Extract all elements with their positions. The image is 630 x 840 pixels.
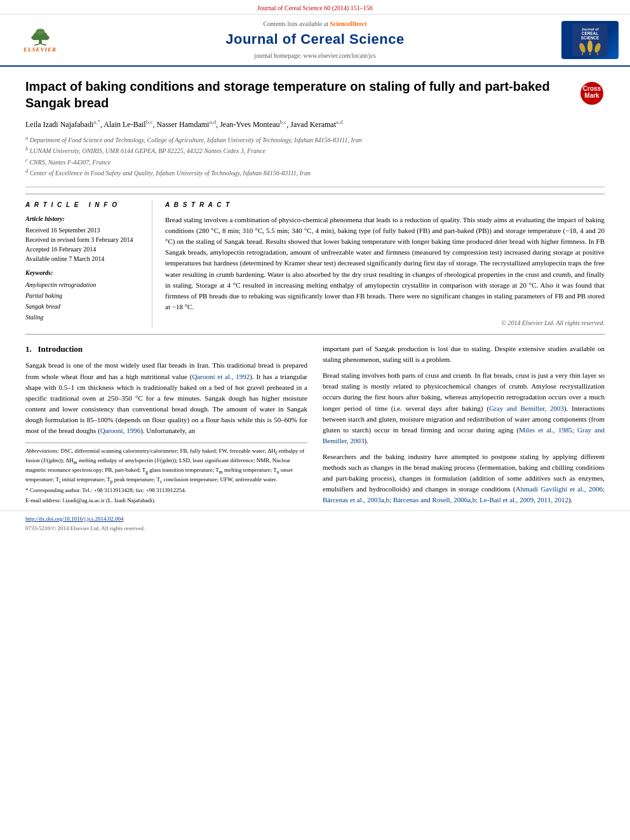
svg-line-5 — [34, 44, 39, 45]
journal-homepage: journal homepage: www.elsevier.com/locat… — [69, 51, 561, 60]
affiliations: a Department of Food Science and Technol… — [25, 135, 605, 178]
homepage-text: journal homepage: www.elsevier.com/locat… — [254, 52, 376, 59]
received-date: Received 16 September 2013 — [25, 225, 139, 235]
svg-point-3 — [41, 35, 50, 40]
contents-text: Contents lists available at — [263, 20, 328, 27]
article-content: Impact of baking conditions and storage … — [0, 67, 630, 510]
ref-gray-2003[interactable]: Gray and Bemiller, 2003 — [489, 404, 564, 412]
svg-point-2 — [31, 35, 39, 40]
article-info-panel: A R T I C L E I N F O Article history: R… — [25, 201, 152, 328]
elsevier-tree-icon — [23, 27, 58, 46]
body-col-right: important part of Sangak production is l… — [323, 343, 605, 510]
section-title: Introduction — [38, 344, 83, 354]
article-title: Impact of baking conditions and storage … — [25, 78, 579, 111]
svg-text:Cross: Cross — [583, 85, 601, 92]
body-columns: 1. Introduction Sangak bread is one of t… — [25, 343, 605, 510]
affiliation-a: a Department of Food Science and Technol… — [25, 135, 605, 145]
svg-point-12 — [587, 40, 593, 52]
svg-line-6 — [41, 44, 46, 45]
ref-qarooni-1992[interactable]: Qarooni et al., 1992 — [192, 373, 250, 380]
journal-center: Contents lists available at ScienceDirec… — [69, 20, 561, 60]
footnotes: Abbreviations: DSC, differential scannin… — [25, 443, 307, 505]
footnote-email: E-mail address: l.izadi@ag.iu.ac.ir (L. … — [25, 497, 307, 505]
abstract-text: Bread staling involves a combination of … — [165, 215, 605, 312]
svg-text:Journal of: Journal of — [581, 27, 598, 31]
divider-1 — [25, 187, 605, 187]
abstract-section: A B S T R A C T Bread staling involves a… — [152, 201, 605, 328]
authors: Leila Izadi Najafabadia,*, Alain Le-Bail… — [25, 117, 605, 131]
bottom-bar: http://dx.doi.org/10.1016/j.jcs.2014.02.… — [0, 510, 630, 537]
journal-citation: Journal of Cereal Science 60 (2014) 151–… — [257, 4, 373, 11]
doi-anchor[interactable]: http://dx.doi.org/10.1016/j.jcs.2014.02.… — [25, 516, 124, 522]
top-bar: Journal of Cereal Science 60 (2014) 151–… — [0, 0, 630, 15]
keywords-list: Amylopectin retrogradation Partial bakin… — [25, 279, 139, 323]
affiliation-d: d Center of Excellence in Food Safety an… — [25, 168, 605, 178]
body-col-left: 1. Introduction Sangak bread is one of t… — [25, 343, 307, 510]
svg-text:Mark: Mark — [584, 92, 600, 99]
journal-cover-icon: Journal of CEREAL SCIENCE — [568, 23, 612, 57]
keywords-group: Keywords: Amylopectin retrogradation Par… — [25, 269, 139, 323]
intro-heading: 1. Introduction — [25, 343, 307, 355]
intro-para-3: Bread staling involves both parts of cru… — [323, 370, 605, 446]
bottom-copyright: 0733-5210/© 2014 Elsevier Ltd. All right… — [25, 524, 605, 533]
elsevier-brand-label: ELSEVIER — [23, 46, 57, 54]
keyword-3: Sangak bread — [25, 301, 139, 312]
ref-qarooni-1996[interactable]: Qarooni, 1996 — [100, 427, 141, 434]
abstract-label: A B S T R A C T — [165, 201, 605, 210]
crossmark-badge-icon[interactable]: Cross Mark — [579, 81, 605, 106]
journal-title: Journal of Cereal Science — [69, 30, 561, 50]
abstract-copyright: © 2014 Elsevier Ltd. All rights reserved… — [165, 319, 605, 328]
footnote-corresponding: * Corresponding author. Tel.: +98 311391… — [25, 486, 307, 495]
journal-header: ELSEVIER Contents lists available at Sci… — [0, 15, 630, 67]
keyword-4: Staling — [25, 312, 139, 323]
svg-point-4 — [36, 29, 44, 34]
revised-date: Received in revised form 3 February 2014 — [25, 235, 139, 244]
intro-para-4: Researchers and the baking industry have… — [323, 451, 605, 505]
keywords-label: Keywords: — [25, 269, 139, 277]
svg-text:SCIENCE: SCIENCE — [581, 36, 600, 40]
footnote-abbreviations: Abbreviations: DSC, differential scannin… — [25, 447, 307, 485]
ref-miles-1985[interactable]: Miles et al., 1985; Gray and Bemiller, 2… — [323, 426, 605, 444]
elsevier-logo: ELSEVIER — [11, 22, 69, 57]
keyword-1: Amylopectin retrogradation — [25, 279, 139, 290]
history-label: Article history: — [25, 215, 139, 223]
info-abstract-container: A R T I C L E I N F O Article history: R… — [25, 194, 605, 328]
affiliation-c: c CNRS, Nantes F-44307, France — [25, 157, 605, 167]
article-history: Article history: Received 16 September 2… — [25, 215, 139, 263]
section-number: 1. — [25, 344, 32, 354]
intro-para-2: important part of Sangak production is l… — [323, 343, 605, 365]
ref-ahmadi-2006[interactable]: Ahmadi Gavilighi et al., 2006; Bárcenas … — [323, 485, 605, 503]
authors-text: Leila Izadi Najafabadia,*, Alain Le-Bail… — [25, 120, 343, 129]
accepted-date: Accepted 16 February 2014 — [25, 244, 139, 254]
keyword-2: Partial baking — [25, 290, 139, 301]
sciencedirect-anchor[interactable]: ScienceDirect — [330, 20, 366, 27]
sciencedirect-link: Contents lists available at ScienceDirec… — [69, 20, 561, 29]
intro-para-1: Sangak bread is one of the most widely u… — [25, 360, 307, 436]
available-date: Available online 7 March 2014 — [25, 254, 139, 263]
affiliation-b: b LUNAM University, ONIRIS, UMR 6144 GEP… — [25, 145, 605, 156]
doi-link[interactable]: http://dx.doi.org/10.1016/j.jcs.2014.02.… — [25, 515, 605, 523]
article-title-section: Impact of baking conditions and storage … — [25, 67, 605, 117]
article-info-label: A R T I C L E I N F O — [25, 201, 139, 210]
journal-logo-right: Journal of CEREAL SCIENCE — [561, 21, 619, 59]
main-body: 1. Introduction Sangak bread is one of t… — [25, 334, 605, 510]
